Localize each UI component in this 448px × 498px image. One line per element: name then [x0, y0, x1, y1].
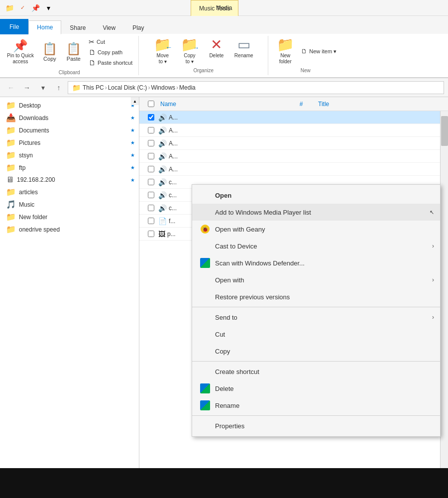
file-row[interactable]: 🔊 A...: [139, 137, 448, 150]
ctx-create-shortcut[interactable]: Create shortcut: [192, 363, 440, 380]
ctx-copy[interactable]: Copy: [192, 343, 440, 360]
tab-file[interactable]: File: [0, 19, 28, 34]
ctx-rename[interactable]: Rename: [192, 397, 440, 414]
up-button[interactable]: ↑: [52, 81, 66, 95]
sidebar-item-music[interactable]: 🎵 Music: [0, 198, 139, 211]
sidebar-item-192168[interactable]: 🖥 192.168.2.200 ★: [0, 174, 139, 186]
documents-folder-icon: 📁: [6, 125, 16, 135]
cut-button[interactable]: ✂ Cut: [87, 37, 134, 47]
sidebar-item-new-folder[interactable]: 📁 New folder: [0, 211, 139, 223]
col-header-name[interactable]: Name: [158, 101, 286, 108]
ribbon-tabs: File Home Share View Play: [0, 16, 448, 34]
bottom-black-area: [0, 468, 448, 498]
desktop-folder-icon: 📁: [6, 101, 16, 110]
tab-home[interactable]: Home: [28, 20, 61, 34]
copy-button[interactable]: 📋 Copy: [39, 36, 61, 69]
audio-icon-7: 🔊: [158, 191, 167, 199]
dropdown-icon-tb[interactable]: ▾: [43, 2, 54, 13]
col-header-hash[interactable]: #: [286, 101, 316, 108]
select-all-checkbox[interactable]: [148, 101, 154, 107]
col-header-title[interactable]: Title: [316, 101, 444, 108]
row-checkbox-2[interactable]: [148, 127, 154, 133]
new-folder-button[interactable]: 📁 Newfolder: [272, 36, 298, 67]
file-row[interactable]: 🔊 A...: [139, 150, 448, 163]
new-item-button[interactable]: 🗋 New item ▾: [299, 47, 338, 56]
new-folder-icon: 📁: [277, 38, 294, 52]
scrollbar-track[interactable]: [440, 111, 448, 485]
path-segment-3: Windows: [151, 84, 175, 91]
sidebar-item-documents[interactable]: 📁 Documents ★: [0, 124, 139, 136]
rename-button[interactable]: ▭ Rename: [230, 36, 257, 67]
file-row[interactable]: 🔊 A...: [139, 124, 448, 137]
ctx-wmp-icon: [200, 207, 210, 217]
move-to-button[interactable]: 📁 ← Moveto ▾: [150, 36, 176, 67]
ctx-scan-defender[interactable]: Scan with Windows Defender...: [192, 254, 440, 271]
pin-star-icon-5: ★: [130, 152, 135, 158]
sidebar-item-pictures[interactable]: 📁 Pictures ★: [0, 136, 139, 149]
row-checkbox-10[interactable]: [148, 231, 154, 237]
paste-shortcut-button[interactable]: 🗋 Paste shortcut: [87, 58, 134, 68]
tab-play[interactable]: Play: [124, 21, 152, 34]
pin-star-icon-2: ★: [130, 115, 135, 121]
articles-folder-icon: 📁: [6, 187, 16, 197]
ctx-add-to-wmp[interactable]: Add to Windows Media Player list ↖: [192, 204, 440, 221]
ctx-open-with[interactable]: Open with ›: [192, 271, 440, 288]
copy-path-button[interactable]: 🗋 Copy path: [87, 47, 134, 57]
audio-icon-6: 🔊: [158, 178, 167, 186]
sidebar-item-onedrive[interactable]: 📁 onedrive speed: [0, 223, 139, 236]
file-row[interactable]: 🔊 A...: [139, 163, 448, 176]
pin-star-icon-4: ★: [130, 140, 135, 145]
row-checkbox-7[interactable]: [148, 192, 154, 198]
ctx-send-to-arrow: ›: [432, 314, 434, 321]
checkmark-icon: ✓: [17, 2, 28, 13]
ctx-open[interactable]: Open: [192, 187, 440, 204]
ctx-restore[interactable]: Restore previous versions: [192, 288, 440, 305]
sidebar-item-desktop[interactable]: 📁 Desktop ★: [0, 99, 139, 112]
pin-to-quick-access-button[interactable]: 📌 Pin to Quickaccess: [4, 36, 37, 69]
row-checkbox-1[interactable]: [148, 114, 154, 121]
ctx-delete[interactable]: Delete: [192, 380, 440, 397]
ctx-cast-arrow: ›: [432, 243, 434, 249]
paste-button[interactable]: 📋 Paste: [63, 36, 85, 69]
copy-path-icon: 🗋: [89, 48, 96, 56]
scrollbar-thumb[interactable]: [441, 116, 448, 146]
sidebar-item-ftp[interactable]: 📁 ftp ★: [0, 161, 139, 174]
ctx-send-to[interactable]: Send to ›: [192, 309, 440, 326]
sidebar-item-downloads[interactable]: 📥 Downloads ★: [0, 112, 139, 124]
pin-star-icon-6: ★: [130, 165, 135, 170]
tab-view[interactable]: View: [94, 21, 124, 34]
ctx-properties[interactable]: Properties: [192, 417, 440, 434]
copy-to-icon: 📁 →: [181, 38, 198, 52]
sidebar-scroll-up[interactable]: ▲: [131, 97, 139, 105]
sidebar-item-stsyn[interactable]: 📁 stsyn ★: [0, 149, 139, 161]
title-bar: 📁 ✓ 📌 ▾ Music Tools Media: [0, 0, 448, 16]
file-row[interactable]: 🔊 A...: [139, 111, 448, 124]
address-path[interactable]: 📁 This PC › Local Disk (C:) › Windows › …: [68, 81, 444, 94]
ctx-separator-2: [192, 361, 440, 362]
ctx-cast-to-device[interactable]: Cast to Device ›: [192, 238, 440, 254]
ctx-cut-label: Cut: [215, 331, 432, 338]
ctx-open-geany[interactable]: 🐞 Open with Geany: [192, 221, 440, 238]
image-icon-10: 🖼: [158, 230, 165, 238]
row-checkbox-9[interactable]: [148, 218, 154, 224]
ctx-delete-defender-icon: [200, 383, 210, 393]
audio-icon-4: 🔊: [158, 152, 167, 160]
row-checkbox-4[interactable]: [148, 153, 154, 159]
forward-button[interactable]: →: [20, 81, 34, 95]
row-checkbox-3[interactable]: [148, 140, 154, 146]
delete-button[interactable]: ✕ Delete: [204, 36, 229, 67]
ctx-properties-label: Properties: [215, 422, 432, 430]
row-checkbox-6[interactable]: [148, 179, 154, 185]
tab-share[interactable]: Share: [61, 21, 94, 34]
pin-icon-tb[interactable]: 📌: [30, 2, 41, 13]
recent-button[interactable]: ▾: [36, 81, 50, 95]
ctx-send-to-icon: [200, 312, 210, 322]
row-checkbox-5[interactable]: [148, 166, 154, 172]
copy-to-button[interactable]: 📁 → Copyto ▾: [177, 36, 203, 67]
ctx-separator-3: [192, 415, 440, 416]
row-checkbox-8[interactable]: [148, 205, 154, 211]
back-button[interactable]: ←: [4, 81, 18, 95]
audio-icon-2: 🔊: [158, 126, 167, 134]
sidebar-item-articles[interactable]: 📁 articles: [0, 186, 139, 198]
ctx-cut[interactable]: Cut: [192, 326, 440, 343]
